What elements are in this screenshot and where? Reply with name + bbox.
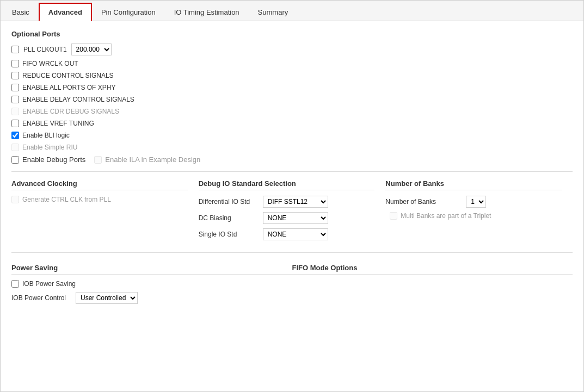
optional-ports-title: Optional Ports [11, 30, 573, 38]
generate-ctrl-clk-label: Generate CTRL CLK from PLL [22, 196, 111, 203]
iob-power-saving-row: IOB Power Saving [11, 280, 292, 288]
iob-power-control-label: IOB Power Control [11, 294, 71, 302]
generate-ctrl-clk-row: Generate CTRL CLK from PLL [11, 196, 188, 203]
enable-all-ports-row: ENABLE ALL PORTS OF XPHY [11, 84, 573, 91]
fifo-wrclk-row: FIFO WRCLK OUT [11, 60, 573, 67]
iob-power-saving-checkbox[interactable] [11, 280, 19, 288]
enable-bli-label: Enable BLI logic [22, 132, 70, 139]
enable-cdr-debug-checkbox [11, 108, 19, 115]
fifo-wrclk-label: FIFO WRCLK OUT [22, 60, 78, 67]
enable-vref-checkbox[interactable] [11, 120, 19, 127]
enable-bli-row: Enable BLI logic [11, 132, 573, 139]
single-io-std-select[interactable]: NONE SSTL12 SSTL15 [263, 228, 328, 240]
differential-io-std-select[interactable]: DIFF SSTL12 DIFF SSTL15 LVDS [263, 196, 328, 208]
multi-banks-triplet-row: Multi Banks are part of a Triplet [385, 212, 562, 220]
enable-delay-row: ENABLE DELAY CONTROL SIGNALS [11, 96, 573, 103]
enable-simple-riu-row: Enable Simple RIU [11, 144, 573, 151]
pll-clkout1-label: PLL CLKOUT1 [23, 46, 67, 53]
enable-cdr-debug-row: ENABLE CDR DEBUG SIGNALS [11, 108, 573, 115]
enable-delay-checkbox[interactable] [11, 96, 19, 103]
debug-io-standard-col: Debug IO Standard Selection Differential… [199, 179, 386, 245]
tab-basic[interactable]: Basic [3, 3, 39, 21]
bottom-sections: Power Saving IOB Power Saving IOB Power … [11, 264, 573, 308]
number-of-banks-row: Number of Banks 1 2 3 4 [385, 196, 562, 208]
tab-io-timing[interactable]: IO Timing Estimation [165, 3, 249, 21]
enable-debug-ports-row: Enable Debug Ports Enable ILA in Example… [11, 155, 573, 164]
number-of-banks-title: Number of Banks [385, 179, 562, 190]
main-content: Optional Ports PLL CLKOUT1 200.000 100.0… [1, 21, 583, 317]
single-io-std-label: Single IO Std [199, 231, 259, 238]
number-of-banks-col: Number of Banks Number of Banks 1 2 3 4 … [385, 179, 573, 245]
separator-1 [11, 171, 573, 172]
power-saving-title: Power Saving [11, 264, 292, 275]
dc-biasing-row: DC Biasing NONE EXTERNAL INTERNAL [199, 212, 375, 224]
enable-all-ports-label: ENABLE ALL PORTS OF XPHY [22, 84, 115, 91]
enable-ila-checkbox [94, 156, 102, 164]
enable-simple-riu-label: Enable Simple RIU [22, 144, 77, 151]
tab-pin-configuration[interactable]: Pin Configuration [92, 3, 165, 21]
reduce-control-checkbox[interactable] [11, 72, 19, 79]
enable-bli-checkbox[interactable] [11, 132, 19, 139]
number-of-banks-label: Number of Banks [385, 198, 462, 206]
differential-io-std-label: Differential IO Std [199, 198, 259, 206]
iob-power-saving-label: IOB Power Saving [22, 280, 76, 288]
fifo-mode-title: FIFO Mode Options [292, 264, 573, 275]
enable-debug-ports-checkbox[interactable] [11, 156, 19, 164]
enable-ila-label: Enable ILA in Example Design [105, 155, 200, 164]
multi-banks-triplet-checkbox [390, 212, 397, 220]
tab-advanced[interactable]: Advanced [39, 3, 92, 21]
enable-simple-riu-checkbox [11, 144, 19, 151]
enable-debug-ports-label: Enable Debug Ports [22, 155, 85, 164]
pll-clkout1-row: PLL CLKOUT1 200.000 100.000 50.000 [11, 43, 573, 55]
dc-biasing-select[interactable]: NONE EXTERNAL INTERNAL [263, 212, 328, 224]
pll-clkout1-checkbox[interactable] [11, 46, 19, 53]
reduce-control-row: REDUCE CONTROL SIGNALS [11, 72, 573, 79]
enable-cdr-debug-label: ENABLE CDR DEBUG SIGNALS [22, 108, 119, 115]
multi-banks-triplet-label: Multi Banks are part of a Triplet [401, 212, 491, 220]
iob-power-control-row: IOB Power Control User Controlled Automa… [11, 292, 292, 304]
fifo-mode-col: FIFO Mode Options [292, 264, 573, 308]
differential-io-std-row: Differential IO Std DIFF SSTL12 DIFF SST… [199, 196, 375, 208]
tab-summary[interactable]: Summary [249, 3, 298, 21]
enable-vref-label: ENABLE VREF TUNING [22, 120, 94, 127]
iob-power-control-select[interactable]: User Controlled Automatic [76, 292, 138, 304]
enable-delay-label: ENABLE DELAY CONTROL SIGNALS [22, 96, 134, 103]
generate-ctrl-clk-checkbox [11, 196, 19, 203]
dc-biasing-label: DC Biasing [199, 214, 259, 222]
number-of-banks-select[interactable]: 1 2 3 4 [466, 196, 486, 208]
fifo-wrclk-checkbox[interactable] [11, 60, 19, 67]
tabs-bar: Basic Advanced Pin Configuration IO Timi… [1, 1, 583, 21]
pll-clkout1-select[interactable]: 200.000 100.000 50.000 [71, 43, 112, 55]
advanced-clocking-title: Advanced Clocking [11, 179, 188, 190]
enable-all-ports-checkbox[interactable] [11, 84, 19, 91]
columns-section: Advanced Clocking Generate CTRL CLK from… [11, 179, 573, 245]
single-io-std-row: Single IO Std NONE SSTL12 SSTL15 [199, 228, 375, 240]
debug-io-standard-title: Debug IO Standard Selection [199, 179, 375, 190]
power-saving-col: Power Saving IOB Power Saving IOB Power … [11, 264, 292, 308]
enable-vref-row: ENABLE VREF TUNING [11, 120, 573, 127]
enable-ila-row: Enable ILA in Example Design [94, 155, 200, 164]
reduce-control-label: REDUCE CONTROL SIGNALS [22, 72, 114, 79]
separator-2 [11, 252, 573, 253]
advanced-clocking-col: Advanced Clocking Generate CTRL CLK from… [11, 179, 199, 245]
